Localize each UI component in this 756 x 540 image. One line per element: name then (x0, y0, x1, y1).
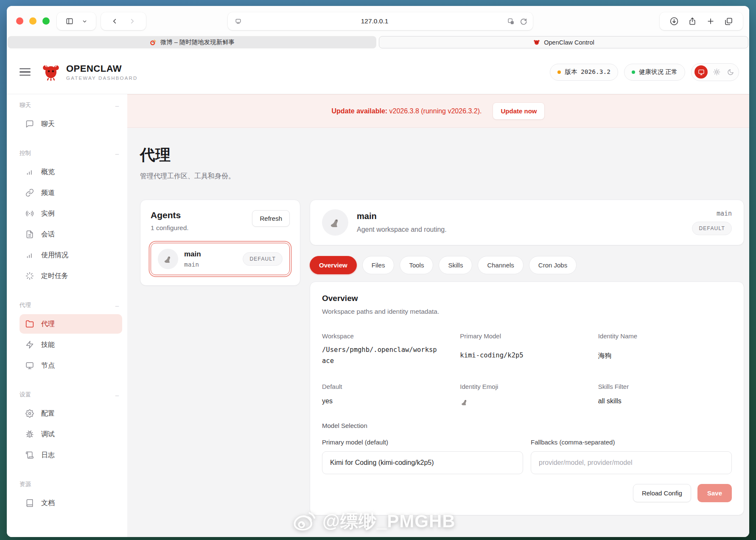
share-icon[interactable] (688, 17, 697, 26)
collapse-icon[interactable]: – (115, 391, 119, 399)
browser-sidebar-icon[interactable] (65, 17, 74, 25)
model-selection-label: Model Selection (322, 422, 732, 429)
agent-list-item-main[interactable]: main main DEFAULT (151, 243, 290, 275)
update-banner: Update available: v2026.3.8 (running v20… (127, 94, 749, 128)
close-window-button[interactable] (16, 17, 23, 25)
link-icon (25, 188, 34, 197)
overview-fields: Workspace /Users/pmghb/.openclaw/workspa… (322, 332, 732, 407)
sidebar-item-agents[interactable]: 代理 (20, 314, 122, 334)
sidebar-item-usage[interactable]: 使用情况 (20, 245, 122, 265)
url-text[interactable]: 127.0.0.1 (242, 17, 507, 25)
agent-panel-header: main Agent workspace and routing. main D… (310, 200, 744, 245)
default-badge: DEFAULT (692, 222, 732, 235)
field-identity-emoji: Identity Emoji (460, 383, 594, 407)
save-button[interactable]: Save (697, 484, 732, 502)
menu-icon[interactable] (20, 68, 31, 76)
sidebar-item-chat[interactable]: 聊天 (20, 114, 122, 134)
traffic-lights (16, 17, 50, 25)
tab-overview-icon[interactable] (724, 17, 733, 26)
sidebar-item-docs[interactable]: 文档 (20, 493, 122, 513)
theme-system-icon[interactable] (694, 65, 708, 79)
overview-title: Overview (322, 294, 732, 303)
refresh-button[interactable]: Refresh (252, 210, 290, 227)
address-bar[interactable]: 127.0.0.1 (228, 12, 533, 30)
sidebar-item-config[interactable]: 配置 (20, 404, 122, 423)
health-badge: 健康状况 正常 (624, 64, 685, 81)
sidebar-section-resources: 资源 (20, 477, 122, 492)
theme-light-icon[interactable] (711, 68, 722, 76)
agents-card: Agents 1 configured. Refresh ma (140, 200, 300, 286)
field-identity-name: Identity Name 海狗 (598, 332, 732, 367)
update-message: Update available: v2026.3.8 (running v20… (332, 107, 482, 115)
collapse-icon[interactable]: – (115, 102, 119, 109)
loader-icon (25, 272, 34, 280)
field-workspace: Workspace /Users/pmghb/.openclaw/workspa… (322, 332, 456, 367)
primary-model-label: Primary model (default) (322, 439, 523, 446)
sidebar-item-cron[interactable]: 定时任务 (20, 266, 122, 286)
minimize-window-button[interactable] (29, 17, 36, 25)
sidebar-section-agents: 代理– (20, 298, 122, 313)
translate-icon[interactable] (507, 18, 515, 25)
agent-avatar (322, 209, 348, 236)
main-content: Update available: v2026.3.8 (running v20… (127, 94, 749, 537)
zoom-window-button[interactable] (42, 17, 50, 25)
tab-weibo-label: 微博 – 随时随地发现新鲜事 (160, 38, 235, 46)
tab-channels[interactable]: Channels (478, 256, 523, 274)
toolbar-actions-group (660, 12, 743, 30)
sidebar-item-channels[interactable]: 频道 (20, 183, 122, 202)
seal-emoji-icon (162, 253, 174, 264)
book-icon (25, 499, 34, 507)
panel-agent-name: main (357, 211, 447, 221)
tab-strip: 微博 – 随时随地发现新鲜事 OpenClaw Control (7, 36, 749, 50)
monitor-icon (25, 361, 34, 370)
sidebar-section-chat: 聊天– (20, 98, 122, 113)
field-skills-filter: Skills Filter all skills (598, 383, 732, 407)
file-text-icon (25, 230, 34, 239)
tab-openclaw-control[interactable]: OpenClaw Control (379, 36, 748, 48)
update-now-button[interactable]: Update now (493, 102, 545, 120)
tab-files[interactable]: Files (362, 256, 395, 274)
forward-button[interactable] (129, 17, 136, 25)
theme-dark-icon[interactable] (725, 69, 736, 76)
agent-id: main (184, 261, 201, 268)
new-tab-icon[interactable] (706, 17, 715, 25)
version-badge: 版本 2026.3.2 (550, 64, 618, 81)
tab-tools[interactable]: Tools (400, 256, 433, 274)
sidebar-item-overview[interactable]: 概览 (20, 162, 122, 182)
sidebar: 聊天– 聊天 控制– 概览 (7, 94, 127, 537)
agent-name: main (184, 250, 201, 259)
reload-icon[interactable] (520, 18, 527, 25)
fallbacks-label: Fallbacks (comma-separated) (531, 439, 732, 446)
sidebar-item-instances[interactable]: 实例 (20, 204, 122, 223)
collapse-icon[interactable]: – (115, 150, 119, 157)
downloads-icon[interactable] (669, 17, 679, 26)
primary-model-input[interactable] (322, 451, 523, 474)
dashboard-header: OPENCLAW GATEWAY DASHBOARD 版本 2026.3.2 健… (7, 50, 749, 94)
seal-emoji-icon (328, 216, 342, 229)
fallbacks-input[interactable] (531, 451, 732, 474)
chat-icon (25, 120, 34, 128)
bug-icon (25, 430, 34, 439)
sidebar-item-logs[interactable]: 日志 (20, 445, 122, 465)
tab-overview[interactable]: Overview (310, 256, 357, 274)
chevron-down-icon[interactable] (82, 19, 87, 24)
panel-agent-id: main (717, 210, 732, 217)
sidebar-item-debug[interactable]: 调试 (20, 425, 122, 444)
field-default: Default yes (322, 383, 456, 407)
collapse-icon[interactable]: – (115, 302, 119, 309)
tab-weibo[interactable]: 微博 – 随时随地发现新鲜事 (8, 36, 376, 48)
reload-config-button[interactable]: Reload Config (633, 484, 691, 502)
page-settings-icon[interactable] (235, 18, 242, 25)
scroll-icon (25, 451, 34, 459)
openclaw-favicon (533, 39, 540, 46)
tab-openclaw-label: OpenClaw Control (544, 39, 594, 46)
agents-count: 1 configured. (151, 224, 189, 232)
zap-icon (25, 340, 34, 349)
sidebar-item-sessions[interactable]: 会话 (20, 225, 122, 244)
back-button[interactable] (111, 17, 118, 25)
theme-switcher (691, 63, 739, 81)
sidebar-item-skills[interactable]: 技能 (20, 335, 122, 354)
sidebar-item-nodes[interactable]: 节点 (20, 356, 122, 375)
tab-cron-jobs[interactable]: Cron Jobs (529, 256, 577, 274)
tab-skills[interactable]: Skills (439, 256, 472, 274)
